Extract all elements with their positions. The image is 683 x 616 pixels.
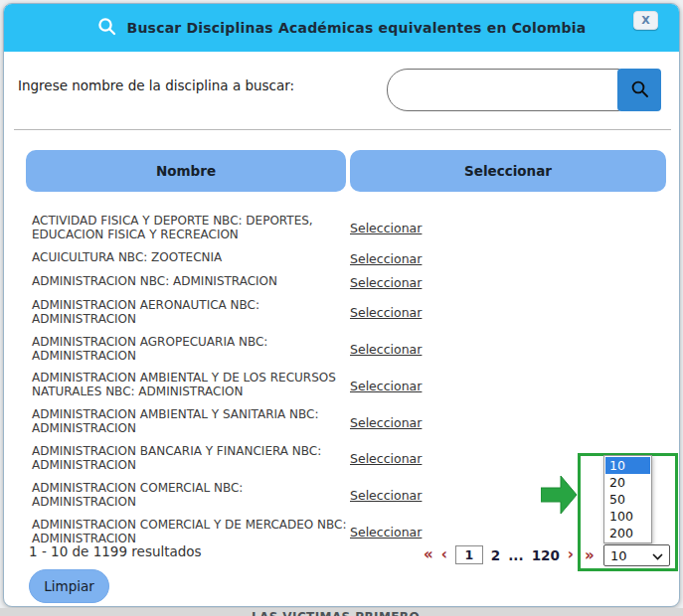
page-size-option[interactable]: 100: [605, 508, 650, 525]
column-header-nombre: Nombre: [26, 150, 346, 192]
discipline-name: ADMINISTRACION AMBIENTAL Y SANITARIA NBC…: [32, 408, 347, 436]
table-row: ADMINISTRACION AMBIENTAL Y SANITARIA NBC…: [32, 408, 668, 436]
seleccionar-link[interactable]: Seleccionar: [350, 342, 422, 357]
search-icon: [97, 17, 116, 40]
discipline-name: ADMINISTRACION AERONAUTICA NBC: ADMINIST…: [32, 299, 347, 327]
table-row: ACUICULTURA NBC: ZOOTECNIA Seleccionar: [32, 251, 668, 266]
page-size-option[interactable]: 50: [605, 491, 650, 508]
pagination: « ‹ 1 2 ... 120 ›: [424, 545, 574, 564]
page-size-option[interactable]: 20: [605, 474, 650, 491]
chevron-down-icon: [652, 548, 663, 563]
search-label: Ingrese nombre de la disciplina a buscar…: [18, 77, 294, 93]
table-row: ACTIVIDAD FISICA Y DEPORTE NBC: DEPORTES…: [32, 215, 668, 242]
discipline-name: ACTIVIDAD FISICA Y DEPORTE NBC: DEPORTES…: [32, 215, 347, 242]
table-row: ADMINISTRACION AERONAUTICA NBC: ADMINIST…: [32, 299, 668, 327]
page-size-select[interactable]: 10: [603, 544, 670, 566]
pagination-page-120[interactable]: 120: [532, 547, 560, 563]
table-row: ADMINISTRACION COMERCIAL Y DE MERCADEO N…: [32, 519, 668, 546]
pagination-ellipsis: ...: [508, 547, 523, 563]
discipline-name: ADMINISTRACION COMERCIAL Y DE MERCADEO N…: [32, 519, 347, 546]
page-size-option[interactable]: 200: [605, 525, 650, 541]
table-row: ADMINISTRACION AMBIENTAL Y DE LOS RECURS…: [32, 372, 668, 399]
seleccionar-link[interactable]: Seleccionar: [350, 275, 422, 290]
search-disciplines-modal: Buscar Disciplinas Académicas equivalent…: [3, 3, 680, 607]
table-row: ADMINISTRACION BANCARIA Y FINANCIERA NBC…: [32, 445, 668, 473]
pagination-page-2[interactable]: 2: [491, 547, 500, 563]
divider: [14, 129, 671, 130]
column-header-seleccionar: Seleccionar: [350, 150, 666, 192]
background-page: LAS VICTIMAS PRIMERO: [0, 608, 683, 616]
table-row: ADMINISTRACION NBC: ADMINISTRACION Selec…: [32, 275, 668, 290]
seleccionar-link[interactable]: Seleccionar: [350, 415, 422, 430]
search-input[interactable]: [387, 69, 619, 111]
seleccionar-link[interactable]: Seleccionar: [350, 451, 422, 466]
seleccionar-link[interactable]: Seleccionar: [350, 379, 422, 393]
pagination-prev-button[interactable]: ‹: [441, 547, 447, 562]
seleccionar-link[interactable]: Seleccionar: [350, 488, 422, 503]
modal-title-wrap: Buscar Disciplinas Académicas equivalent…: [97, 17, 587, 40]
modal-header: Buscar Disciplinas Académicas equivalent…: [4, 4, 679, 52]
pagination-first-button[interactable]: «: [424, 547, 433, 562]
close-button[interactable]: X: [633, 11, 658, 30]
discipline-name: ADMINISTRACION COMERCIAL NBC: ADMINISTRA…: [32, 482, 347, 510]
results-count: 1 - 10 de 1199 resultados: [29, 543, 202, 559]
discipline-name: ADMINISTRACION AGROPECUARIA NBC: ADMINIS…: [32, 336, 347, 364]
seleccionar-link[interactable]: Seleccionar: [350, 251, 422, 266]
pagination-next-button[interactable]: ›: [568, 547, 574, 562]
search-button[interactable]: [617, 69, 661, 111]
search-group: [387, 69, 661, 111]
search-icon: [630, 79, 649, 101]
page-size-selected-value: 10: [610, 548, 627, 563]
page-size-option[interactable]: 10: [605, 457, 650, 474]
page-size-options: 102050100200: [603, 455, 652, 543]
close-icon: X: [641, 14, 649, 27]
discipline-name: ACUICULTURA NBC: ZOOTECNIA: [32, 251, 347, 265]
modal-title: Buscar Disciplinas Académicas equivalent…: [127, 20, 587, 36]
clear-button[interactable]: Limpiar: [29, 569, 109, 603]
discipline-name: ADMINISTRACION AMBIENTAL Y DE LOS RECURS…: [32, 372, 347, 399]
arrow-right-icon: [541, 473, 579, 521]
discipline-name: ADMINISTRACION BANCARIA Y FINANCIERA NBC…: [32, 445, 347, 473]
pagination-current-page[interactable]: 1: [455, 545, 483, 564]
discipline-name: ADMINISTRACION NBC: ADMINISTRACION: [32, 275, 347, 289]
background-page-text: LAS VICTIMAS PRIMERO: [252, 610, 683, 616]
table-header: Nombre Seleccionar: [26, 150, 666, 192]
table-row: ADMINISTRACION AGROPECUARIA NBC: ADMINIS…: [32, 336, 668, 364]
seleccionar-link[interactable]: Seleccionar: [350, 305, 422, 320]
seleccionar-link[interactable]: Seleccionar: [350, 221, 422, 235]
seleccionar-link[interactable]: Seleccionar: [350, 525, 422, 539]
